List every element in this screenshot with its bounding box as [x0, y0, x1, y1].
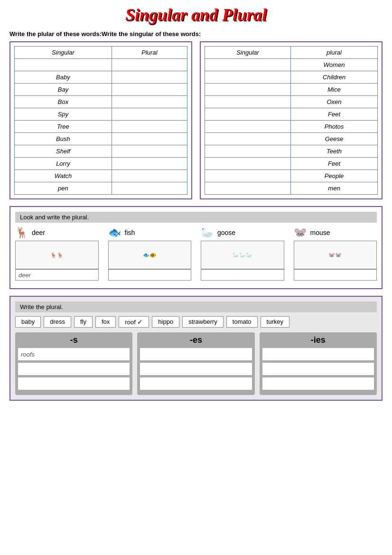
fish-item: 🐟🐠	[108, 241, 192, 281]
table-row[interactable]	[112, 170, 187, 182]
table-row: pen	[15, 182, 112, 195]
mouse-header: 🐭 mouse	[294, 226, 377, 239]
mouse-label: mouse	[310, 229, 330, 236]
table-row[interactable]	[205, 121, 291, 133]
mouse-answer[interactable]	[294, 269, 377, 281]
table-row: Oxen	[290, 96, 377, 108]
table-row: Teeth	[290, 145, 377, 158]
table-row[interactable]	[112, 96, 187, 108]
table-row[interactable]	[112, 108, 187, 121]
plural-cat-s: -s roofs	[15, 332, 132, 395]
plural-cat-ies: -ies	[260, 332, 377, 395]
table-row: Box	[15, 96, 112, 108]
table-row[interactable]	[205, 145, 291, 158]
deer-label: deer	[32, 229, 45, 236]
plural-ies-answer2[interactable]	[262, 363, 374, 375]
plural-s-header: -s	[18, 335, 130, 345]
table-row: Bay	[15, 84, 112, 96]
fish-icon: 🐟	[108, 226, 121, 239]
goose-label: goose	[217, 229, 235, 236]
plural-ies-header: -ies	[262, 335, 374, 345]
table-row: Children	[290, 71, 377, 84]
table1-col1-header: Singular	[15, 47, 112, 59]
table-row: People	[290, 170, 377, 182]
table-row: Watch	[15, 170, 112, 182]
plural-cat-es: -es	[137, 332, 254, 395]
table-row[interactable]	[205, 59, 291, 71]
table-row[interactable]	[205, 133, 291, 145]
plural-s-answer3[interactable]	[18, 377, 130, 390]
table-row: Women	[290, 59, 377, 71]
list-item: fly	[74, 316, 93, 328]
table-row: Feet	[290, 108, 377, 121]
list-item: baby	[15, 316, 41, 328]
goose-answer[interactable]	[201, 269, 284, 281]
list-item: turkey	[261, 316, 289, 328]
table-row[interactable]	[112, 71, 187, 84]
table-row[interactable]	[112, 158, 187, 170]
list-item: hippo	[152, 316, 179, 328]
fish-answer[interactable]	[108, 269, 192, 281]
table-row: Mice	[290, 84, 377, 96]
table2-col2-header: plural	[290, 47, 377, 59]
plural-ies-answer3[interactable]	[262, 377, 374, 390]
table-row: Tree	[15, 121, 112, 133]
table-row[interactable]	[205, 182, 291, 195]
mouse-emoji: 🐭🐭	[328, 252, 342, 258]
table-row[interactable]	[205, 158, 291, 170]
fish-label: fish	[125, 229, 135, 236]
table-row: Geese	[290, 133, 377, 145]
section3-label: Write the plural.	[15, 301, 377, 312]
table1: Singular Plural Baby Bay Box Spy Tree Bu…	[14, 46, 187, 195]
section3-box: Write the plural. baby dress fly fox roo…	[9, 296, 383, 401]
table-row[interactable]	[205, 96, 291, 108]
list-item: roof ✓	[119, 316, 149, 328]
table-row[interactable]	[112, 59, 187, 71]
table-row[interactable]	[205, 71, 291, 84]
deer-emoji: 🦌🦌	[50, 252, 64, 258]
table-row: men	[290, 182, 377, 195]
table-row[interactable]	[112, 133, 187, 145]
list-item: tomato	[226, 316, 258, 328]
plural-categories: -s roofs -es -ies	[15, 332, 377, 395]
table-row[interactable]	[205, 108, 291, 121]
fish-images: 🐟🐠	[108, 241, 192, 269]
deer-images: 🦌🦌	[15, 241, 99, 269]
list-item: strawberry	[182, 316, 224, 328]
table-row[interactable]	[205, 84, 291, 96]
goose-item: 🦢🦢🦢	[201, 241, 284, 281]
plural-s-answer1[interactable]: roofs	[18, 348, 130, 360]
table-row[interactable]	[112, 121, 187, 133]
animal-headers: 🦌 deer 🐟 fish 🦢 goose 🐭 mouse	[15, 226, 377, 239]
plural-es-answer3[interactable]	[140, 377, 252, 390]
plural-es-answer1[interactable]	[140, 348, 252, 360]
table-row[interactable]	[112, 84, 187, 96]
mouse-item: 🐭🐭	[294, 241, 377, 281]
list-item: dress	[44, 316, 71, 328]
table2: Singular plural Women Children Mice Oxen…	[205, 46, 378, 195]
fish-emoji: 🐟🐠	[143, 252, 156, 258]
table-row: Lorry	[15, 158, 112, 170]
plural-s-answer2[interactable]	[18, 363, 130, 375]
deer-answer[interactable]: deer	[15, 269, 99, 281]
plural-es-answer2[interactable]	[140, 363, 252, 375]
table-row[interactable]	[112, 182, 187, 195]
deer-item: 🦌🦌 deer	[15, 241, 99, 281]
checkmark-icon: ✓	[137, 318, 143, 326]
goose-icon: 🦢	[201, 226, 214, 239]
table-row: Spy	[15, 108, 112, 121]
goose-images: 🦢🦢🦢	[201, 241, 284, 269]
table-row	[15, 59, 112, 71]
table1-section: Singular Plural Baby Bay Box Spy Tree Bu…	[9, 41, 192, 199]
table-row: Photos	[290, 121, 377, 133]
plural-ies-answer1[interactable]	[262, 348, 374, 360]
table-row: Baby	[15, 71, 112, 84]
instruction-text: Write the plular of these words:Write th…	[9, 30, 383, 38]
mouse-icon: 🐭	[294, 226, 307, 239]
table-row[interactable]	[112, 145, 187, 158]
animals-images-row: 🦌🦌 deer 🐟🐠 🦢🦢🦢 🐭🐭	[15, 241, 377, 281]
deer-icon: 🦌	[15, 226, 28, 239]
table-row[interactable]	[205, 170, 291, 182]
tables-container: Singular Plural Baby Bay Box Spy Tree Bu…	[9, 41, 383, 199]
section2-label: Look and write the plural.	[15, 212, 377, 223]
